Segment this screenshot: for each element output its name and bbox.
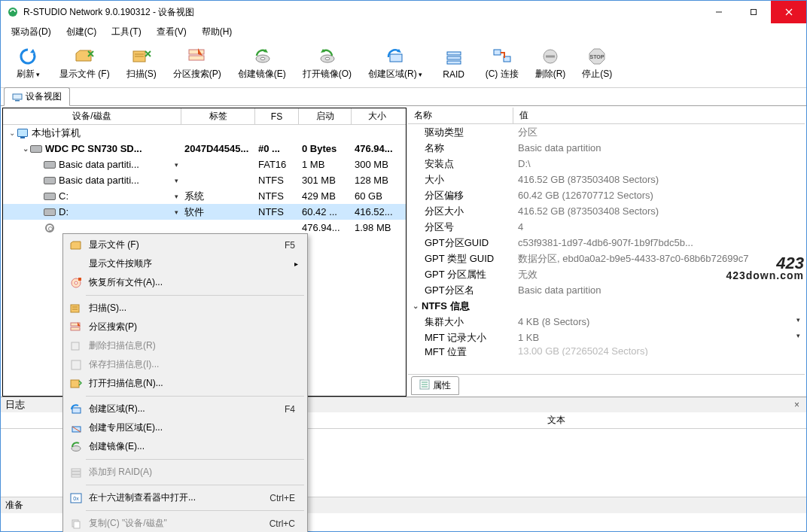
device-start: 476.94... [299,222,352,233]
context-menu-item: 删除扫描信息(R) [65,336,306,355]
close-button[interactable] [771,1,806,23]
svg-point-11 [260,57,265,59]
device-row[interactable]: C:▾系统NTFS429 MB60 GB [3,188,406,204]
svg-rect-18 [494,50,501,55]
menubar: 驱动器(D) 创建(C) 工具(T) 查看(V) 帮助(H) [1,23,806,40]
header-start[interactable]: 启动 [299,108,352,124]
device-size: 476.94... [352,143,403,154]
property-row[interactable]: 分区号4 [408,219,805,235]
toolbar-open-image[interactable]: 打开镜像(O) [295,45,359,82]
device-start: 1 MB [299,159,352,170]
property-row[interactable]: 名称Basic data partition [408,140,805,156]
prop-header-name[interactable]: 名称 [408,108,513,123]
toolbar-create-region[interactable]: 创建区域(R)▾ [361,45,430,82]
property-row[interactable]: MFT 记录大小1 KB▾ [408,330,805,345]
window-controls [702,1,806,23]
property-row[interactable]: 驱动类型分区 [408,124,805,140]
property-row[interactable]: GPT 类型 GUID数据分区, ebd0a0a2-b9e5-4433-87c0… [408,251,805,266]
group-expander-icon[interactable]: ⌄ [413,302,422,310]
tab-properties[interactable]: 属性 [411,376,459,395]
toolbar-show-files[interactable]: 显示文件 (F) [52,45,117,82]
device-size: 60 GB [352,190,403,202]
header-fs[interactable]: FS [255,108,299,124]
toolbar-create-image[interactable]: 创建镜像(E) [230,45,294,82]
property-row[interactable]: MFT 位置13.00 GB (27265024 Sectors) [408,345,805,356]
property-value: 数据分区, ebd0a0a2-b9e5-4433-87c0-68b6b72699… [513,252,805,266]
context-menu-item[interactable]: 创建镜像(E)... [65,437,306,456]
menu-separator [86,459,304,460]
header-size[interactable]: 大小 [352,108,403,124]
property-row[interactable]: 分区偏移60.42 GB (126707712 Sectors) [408,187,805,203]
device-row[interactable]: ⌄WDC PC SN730 SD...2047D44545...#0 ...0 … [3,141,406,157]
chevron-down-icon[interactable]: ▾ [175,208,178,216]
context-menu-item[interactable]: 打开扫描信息(N)... [65,374,306,393]
context-menu[interactable]: 显示文件 (F)F5显示文件按顺序▸恢复所有文件(A)...扫描(S)...分区… [62,233,308,532]
context-menu-item[interactable]: 分区搜索(P) [65,318,306,336]
property-value: 416.52 GB (873503408 Sectors) [513,205,805,217]
chevron-down-icon[interactable]: ▾ [175,193,178,200]
device-start: 429 MB [299,190,352,202]
device-size: 1.98 MB [352,222,403,233]
header-label[interactable]: 标签 [181,108,255,124]
context-menu-item[interactable]: 显示文件按顺序▸ [65,254,306,273]
property-row[interactable]: GPT 分区属性无效 [408,266,805,282]
expander-icon[interactable]: ⌄ [21,144,30,153]
menu-view[interactable]: 查看(V) [149,24,194,40]
context-menu-item[interactable]: 扫描(S)... [65,299,306,318]
svg-rect-16 [447,56,461,59]
toolbar-delete[interactable]: 删除(R) [528,45,574,82]
property-row[interactable]: 大小416.52 GB (873503408 Sectors) [408,172,805,187]
device-row[interactable]: D:▾软件NTFS60.42 ...416.52... [3,204,406,220]
device-row[interactable]: Basic data partiti...▾NTFS301 MB128 MB [3,172,406,188]
maximize-button[interactable] [736,1,771,23]
device-label: WDC PC SN730 SD... [45,143,142,154]
context-menu-item[interactable]: 显示文件 (F)F5 [65,236,306,254]
device-row[interactable]: Basic data partiti...▾FAT161 MB300 MB [3,157,406,172]
property-row[interactable]: GPT分区GUIDc53f9381-1d97-4db6-907f-1b9f7bd… [408,235,805,251]
partition-search-label: 分区搜索(P) [173,68,221,81]
expander-icon[interactable]: ⌄ [8,129,17,137]
svg-rect-21 [546,56,555,58]
toolbar-scan[interactable]: 扫描(S) [119,45,164,82]
property-row[interactable]: 集群大小4 KB (8 Sectors)▾ [408,314,805,330]
prop-header-value[interactable]: 值 [513,108,805,123]
hdd-icon [44,207,56,217]
menu-tools[interactable]: 工具(T) [104,24,148,40]
property-row[interactable]: 分区大小416.52 GB (873503408 Sectors) [408,203,805,219]
log-header-text[interactable]: 文本 [306,412,806,428]
property-value: 无效 [513,268,805,281]
svg-rect-25 [15,100,20,102]
tab-label: 设备视图 [26,90,62,103]
chevron-down-icon[interactable]: ▾ [796,332,800,343]
create-image-icon [252,47,272,66]
svg-text:0x: 0x [73,496,79,501]
property-value: 4 [513,221,805,233]
toolbar-stop[interactable]: STOP停止(S) [574,45,620,82]
context-menu-item[interactable]: 恢复所有文件(A)... [65,273,306,292]
toolbar-raid[interactable]: RAID [431,47,477,81]
property-row[interactable]: ⌄NTFS 信息 [408,298,805,314]
toolbar-refresh[interactable]: 刷新▾ [5,45,50,82]
context-menu-item[interactable]: 创建区域(R)...F4 [65,400,306,418]
menu-item-label: 保存扫描信息(I)... [84,358,303,371]
context-menu-item[interactable]: 0x在十六进制查看器中打开...Ctrl+E [65,488,306,507]
menu-drives[interactable]: 驱动器(D) [4,24,59,40]
tab-device-view[interactable]: 设备视图 [4,87,70,106]
header-device[interactable]: 设备/磁盘 [3,108,181,124]
device-fs: FAT16 [255,159,299,170]
property-row[interactable]: 安装点D:\ [408,156,805,172]
hex-icon: 0x [68,492,84,504]
svg-rect-8 [189,50,204,54]
context-menu-item[interactable]: 创建专用区域(E)... [65,418,306,437]
chevron-down-icon[interactable]: ▾ [796,316,800,327]
chevron-down-icon[interactable]: ▾ [175,177,178,184]
device-row[interactable]: ⌄本地计算机 [3,125,406,141]
toolbar-connect[interactable]: (C) 连接 [478,45,526,82]
menu-help[interactable]: 帮助(H) [194,24,240,40]
menu-create[interactable]: 创建(C) [59,24,105,40]
minimize-button[interactable] [702,1,736,23]
chevron-down-icon[interactable]: ▾ [175,161,178,169]
log-close-button[interactable]: × [792,400,802,410]
toolbar-partition-search[interactable]: 分区搜索(P) [166,45,229,82]
property-row[interactable]: GPT分区名Basic data partition [408,282,805,298]
